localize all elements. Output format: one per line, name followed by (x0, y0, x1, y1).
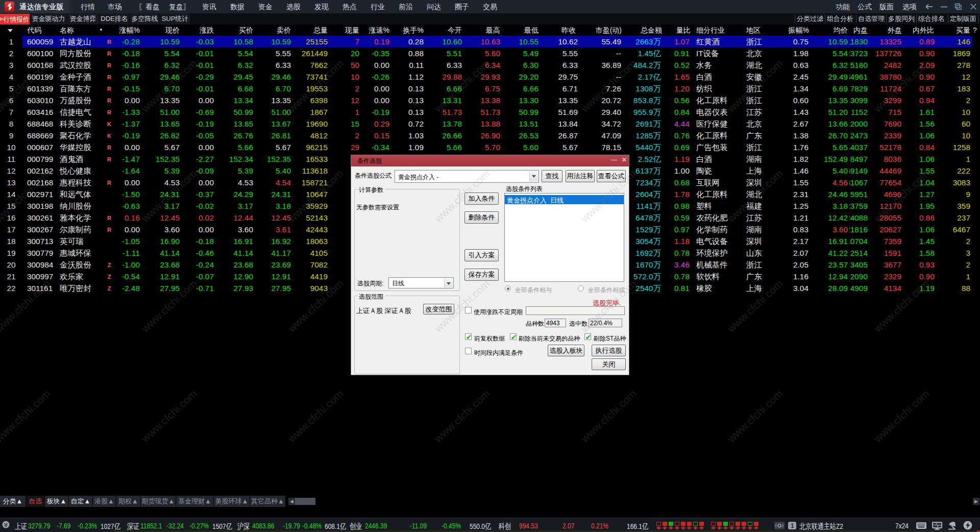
svg-text:www.cfchi.com: www.cfchi.com (578, 388, 639, 445)
svg-text:www.cfchi.com: www.cfchi.com (432, 388, 492, 445)
svg-text:www.cfchi.com: www.cfchi.com (139, 388, 199, 445)
svg-text:www.cfchi.com: www.cfchi.com (285, 388, 346, 445)
svg-text:www.cfchi.com: www.cfchi.com (871, 388, 932, 445)
svg-text:www.cfchi.com: www.cfchi.com (0, 388, 53, 445)
svg-text:1: 1 (791, 522, 794, 529)
svg-text:www.cfchi.com: www.cfchi.com (725, 388, 785, 445)
